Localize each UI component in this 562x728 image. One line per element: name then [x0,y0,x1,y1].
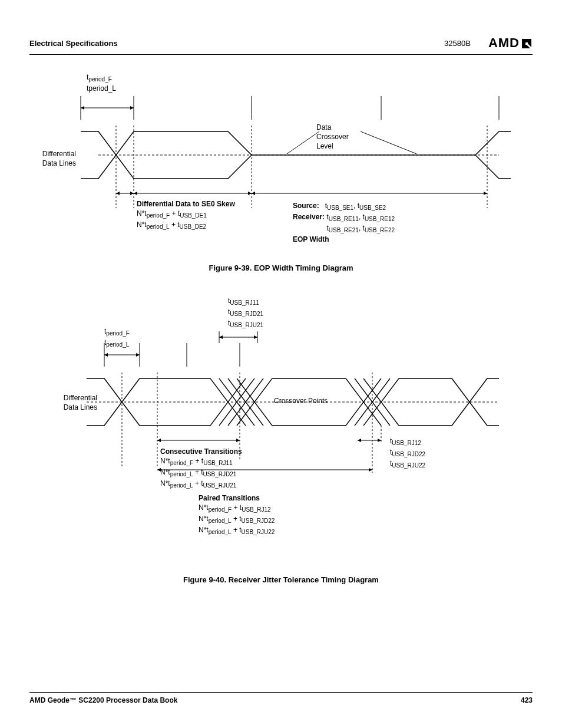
eop-timing-svg [51,90,511,214]
diff-data-lines-label-2: Differential Data Lines [50,393,97,412]
figure-9-39-caption: Figure 9-39. EOP Width Timing Diagram [29,263,533,272]
figure-9-40-caption: Figure 9-40. Receiver Jitter Tolerance T… [29,575,533,584]
amd-logo: AMD [488,35,533,51]
skew-annotation: Differential Data to SE0 Skew N*tperiod_… [137,199,235,231]
section-title: Electrical Specifications [29,39,118,48]
crossover-points-label: Crossover Points [274,396,328,406]
footer-title: AMD Geode™ SC2200 Processor Data Book [29,696,177,704]
page-number: 423 [521,696,533,704]
figure-9-40: tUSB_RJ11 tUSB_RJD21 tUSB_RJU21 tperiod_… [51,296,511,567]
figure-9-39: tperiod_F tperiod_L [51,73,511,255]
top-rj-labels: tUSB_RJ11 tUSB_RJD21 tUSB_RJU21 [228,296,263,330]
page-header: Electrical Specifications 32580B AMD [29,35,533,55]
page-footer: AMD Geode™ SC2200 Processor Data Book 42… [29,692,533,704]
consecutive-transitions-block: Consecutive Transitions N*tperiod_F + tU… [160,447,242,490]
svg-line-15 [361,131,416,154]
diff-data-lines-label: Differential Data Lines [41,149,76,168]
doc-number: 32580B [444,39,471,48]
source-receiver-block: Source: tUSB_SE1, tUSB_SE2 Receiver: tUS… [293,201,395,244]
paired-transitions-block: Paired Transitions N*tperiod_F + tUSB_RJ… [199,493,275,536]
right-rj-labels: tUSB_RJ12 tUSB_RJD22 tUSB_RJU22 [390,436,425,470]
svg-line-14 [287,131,319,154]
crossover-level-label: Data Crossover Level [316,123,349,151]
